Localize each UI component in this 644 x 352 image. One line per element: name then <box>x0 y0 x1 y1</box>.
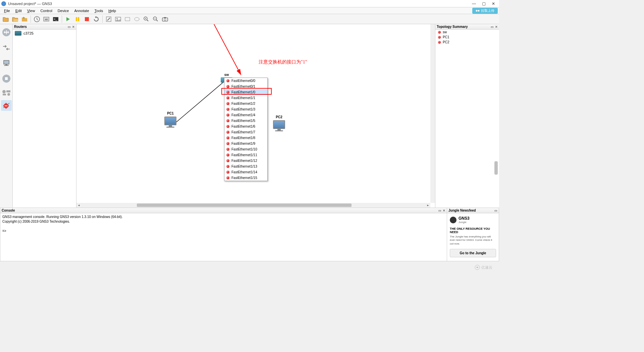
upload-badge[interactable]: 拉取上传 <box>472 8 498 14</box>
pause-button[interactable] <box>73 15 82 24</box>
ellipse-button[interactable] <box>132 15 141 24</box>
router-item-label: c3725 <box>23 31 34 35</box>
canvas-scrollbar-horizontal[interactable]: ◄ ► <box>76 203 430 208</box>
new-project-button[interactable] <box>1 15 10 24</box>
interface-option[interactable]: FastEthernet1/6 <box>224 124 267 129</box>
menu-annotate[interactable]: Annotate <box>71 8 92 13</box>
interface-option[interactable]: FastEthernet1/8 <box>224 135 267 141</box>
show-interface-button[interactable]: ab <box>42 15 51 24</box>
topology-node[interactable]: PC1 <box>435 35 499 40</box>
interface-option[interactable]: FastEthernet0/1 <box>224 84 267 89</box>
newsfeed-body: GNS3 Jungle THE ONLY RESOURCE YOU NEED T… <box>447 213 499 261</box>
toolbar-separator <box>31 15 31 23</box>
svg-point-0 <box>476 10 478 11</box>
switches-category-button[interactable] <box>1 41 12 54</box>
screenshot-button[interactable] <box>161 15 169 24</box>
node-pc1[interactable]: PC1 <box>164 112 177 128</box>
end-devices-button[interactable] <box>1 56 12 70</box>
start-button[interactable] <box>64 15 72 24</box>
interface-option[interactable]: FastEthernet1/12 <box>224 158 267 164</box>
console-output[interactable]: GNS3 management console. Running GNS3 ve… <box>0 213 447 261</box>
status-dot-icon <box>226 119 229 122</box>
security-devices-button[interactable] <box>1 72 12 85</box>
interface-option[interactable]: FastEthernet1/9 <box>224 141 267 146</box>
scroll-right-arrow[interactable]: ► <box>426 203 430 208</box>
bottom-panels: Console ▭ ✕ GNS3 management console. Run… <box>0 208 499 261</box>
routers-category-button[interactable] <box>1 26 12 39</box>
reload-button[interactable] <box>92 15 101 24</box>
all-devices-button[interactable] <box>1 87 12 98</box>
interface-option[interactable]: FastEthernet1/1 <box>224 95 267 101</box>
console-float-button[interactable]: ▭ <box>438 209 441 212</box>
page-scroll-thumb[interactable] <box>494 161 498 175</box>
open-project-button[interactable] <box>11 15 19 24</box>
interface-option[interactable]: FastEthernet1/14 <box>224 169 267 175</box>
topology-header: Topology Summary ▭ ✕ <box>435 24 499 30</box>
menu-control[interactable]: Control <box>38 8 55 13</box>
interface-option[interactable]: FastEthernet1/3 <box>224 106 267 112</box>
link-tool-button[interactable] <box>1 100 12 111</box>
topology-canvas[interactable]: 注意交换机的接口为"1" sw PC1 PC2 FastEthernet0/0F… <box>76 24 435 208</box>
topology-node[interactable]: PC2 <box>435 40 499 45</box>
maximize-button[interactable]: ▢ <box>482 1 486 6</box>
console-all-button[interactable]: >_ <box>51 15 60 24</box>
svg-rect-23 <box>5 64 7 65</box>
status-dot-icon <box>226 131 229 134</box>
newsfeed-logo-sub: Jungle <box>459 221 470 224</box>
node-pc2[interactable]: PC2 <box>272 115 286 132</box>
interface-label: FastEthernet1/10 <box>231 147 257 151</box>
status-dot-icon <box>438 36 441 39</box>
rectangle-button[interactable] <box>123 15 132 24</box>
topology-float-button[interactable]: ▭ <box>491 25 494 29</box>
console-line: GNS3 management console. Running GNS3 ve… <box>2 215 445 219</box>
svg-point-12 <box>117 18 118 19</box>
node-pc1-label: PC1 <box>164 112 177 115</box>
note-button[interactable] <box>104 15 113 24</box>
interface-option[interactable]: FastEthernet1/15 <box>224 175 267 181</box>
zoom-in-button[interactable] <box>142 15 151 24</box>
snapshot-button[interactable] <box>33 15 41 24</box>
interface-context-menu: FastEthernet0/0FastEthernet0/1FastEthern… <box>224 78 268 181</box>
close-button[interactable]: ✕ <box>492 1 495 6</box>
menu-view[interactable]: View <box>24 8 38 13</box>
interface-option[interactable]: FastEthernet1/2 <box>224 101 267 106</box>
console-close-button[interactable]: ✕ <box>443 209 445 212</box>
interface-option[interactable]: FastEthernet1/11 <box>224 152 267 158</box>
toolbar-separator <box>62 15 62 23</box>
interface-option[interactable]: FastEthernet1/10 <box>224 146 267 152</box>
interface-label: FastEthernet1/2 <box>231 102 255 105</box>
image-button[interactable] <box>114 15 122 24</box>
interface-label: FastEthernet1/5 <box>231 119 255 123</box>
interface-option[interactable]: FastEthernet1/13 <box>224 164 267 169</box>
menu-tools[interactable]: Tools <box>92 8 106 13</box>
svg-rect-7 <box>76 17 77 21</box>
newsfeed-float-button[interactable]: ▭ <box>494 209 497 212</box>
go-to-jungle-button[interactable]: Go to the Jungle <box>450 249 496 257</box>
scroll-thumb[interactable] <box>137 204 352 207</box>
topology-node[interactable]: sw <box>435 30 499 35</box>
interface-option[interactable]: FastEthernet0/0 <box>224 78 267 84</box>
pc-icon <box>164 117 177 128</box>
stop-button[interactable] <box>83 15 91 24</box>
zoom-out-button[interactable] <box>151 15 160 24</box>
topology-close-button[interactable]: ✕ <box>495 25 498 29</box>
routers-float-button[interactable]: ▭ <box>68 25 71 29</box>
svg-rect-28 <box>3 94 6 95</box>
menu-help[interactable]: Help <box>106 8 119 13</box>
status-dot-icon <box>226 79 229 82</box>
menu-device[interactable]: Device <box>55 8 72 13</box>
interface-option[interactable]: FastEthernet1/0 <box>224 89 267 95</box>
save-project-button[interactable] <box>20 15 29 24</box>
interface-option[interactable]: FastEthernet1/5 <box>224 118 267 124</box>
interface-option[interactable]: FastEthernet1/7 <box>224 129 267 135</box>
interface-option[interactable]: FastEthernet1/4 <box>224 112 267 118</box>
canvas-scrollbar-vertical[interactable] <box>430 24 435 203</box>
minimize-button[interactable]: — <box>472 1 476 6</box>
routers-close-button[interactable]: ✕ <box>72 25 75 29</box>
newsfeed-title: Jungle Newsfeed <box>448 209 476 212</box>
menu-file[interactable]: File <box>1 8 13 13</box>
topology-summary-panel: Topology Summary ▭ ✕ swPC1PC2 <box>435 24 499 208</box>
router-item-c3725[interactable]: c3725 <box>13 30 76 37</box>
scroll-left-arrow[interactable]: ◄ <box>76 203 81 208</box>
menu-edit[interactable]: Edit <box>13 8 24 13</box>
